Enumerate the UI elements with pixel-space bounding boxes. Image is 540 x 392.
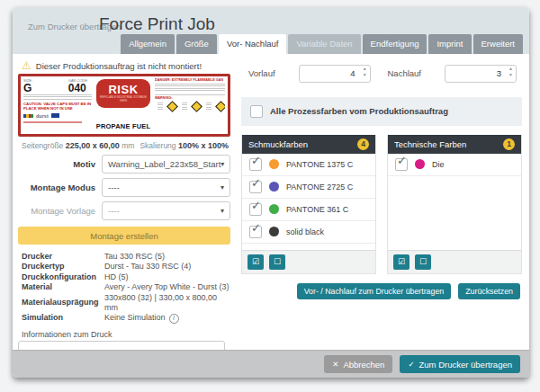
montage-vorlage-select-value: ----	[108, 206, 120, 216]
label-size-block: SIZE: G	[23, 78, 32, 94]
color-name: PANTONE 361 C	[286, 205, 348, 214]
montage-vorlage-select[interactable]: ---- ▾	[102, 201, 230, 220]
color-checkbox[interactable]: ✓	[249, 203, 262, 216]
color-checkbox[interactable]: ✓	[249, 181, 262, 193]
warning-text: Dieser Produktionsauftrag ist nicht mont…	[36, 61, 202, 71]
label-center-section: RISK REFILLABLE INDUSTRIAL STORAGE KEEN …	[94, 78, 152, 132]
hazard-diamond-icon	[215, 101, 225, 112]
page-size-row: Seitengröße 225,00 x 60,00 mm Skalierung…	[22, 141, 229, 150]
motiv-field-row: Motiv Warning_Label_223x58_Start ▾	[18, 155, 230, 174]
info-row-material: Material Avery - Avery Top White - Durst…	[22, 282, 230, 292]
process-colors-checkbox[interactable]	[250, 105, 263, 118]
color-swatch	[269, 227, 279, 236]
tab-erweitert[interactable]: Erweitert	[473, 34, 523, 54]
check-icon: ✓	[408, 360, 414, 369]
close-icon: ✕	[332, 360, 338, 369]
list-item[interactable]: ✓ Die	[388, 154, 521, 176]
tab-endfertigung[interactable]: Endfertigung	[363, 34, 428, 54]
scaling-label: Skalierung	[140, 141, 176, 150]
page-title: Force Print Job	[99, 14, 215, 34]
scaling-value: 100% x 100%	[178, 141, 229, 150]
check-icon: ✓	[251, 154, 261, 167]
check-icon: ✓	[251, 199, 261, 212]
technical-colors-list: ✓ Die	[388, 154, 521, 250]
spot-colors-list: ✓ PANTONE 1375 C ✓ PANTONE 2725 C ✓	[242, 154, 375, 250]
cancel-button[interactable]: ✕ Abbrechen	[324, 355, 392, 373]
tab-imprint[interactable]: Imprint	[428, 34, 471, 54]
list-item[interactable]: ✓ PANTONE 2725 C	[242, 176, 375, 199]
risk-subtext: REFILLABLE INDUSTRIAL STORAGE KEEN	[96, 96, 150, 102]
stepper-up-icon[interactable]: ▲	[508, 66, 513, 72]
info-row-druckkonfiguration: Druckkonfiguration HD (5)	[22, 272, 230, 282]
color-name: PANTONE 1375 C	[286, 160, 353, 169]
technical-colors-footer: ☑ ☐	[388, 250, 521, 273]
material-label: Material	[22, 282, 104, 292]
print-note-label: Informationen zum Druck	[22, 330, 230, 339]
info-row-simulation: Simulation Keine Simulation i	[22, 313, 230, 323]
drucker-label: Drucker	[22, 252, 104, 262]
color-checkbox[interactable]: ✓	[249, 158, 262, 171]
product-name: PROPANE FUEL	[96, 122, 151, 130]
nachlauf-input[interactable]	[445, 65, 517, 83]
motiv-select[interactable]: Warning_Label_223x58_Start ▾	[102, 155, 230, 174]
chevron-down-icon: ▾	[220, 183, 224, 192]
tab-vor-nachlauf[interactable]: Vor- Nachlauf	[219, 34, 287, 54]
select-all-button[interactable]: ☑	[393, 254, 410, 270]
submit-button[interactable]: ✓ Zum Drucker übertragen	[400, 355, 520, 373]
list-item[interactable]: ✓ PANTONE 1375 C	[242, 154, 375, 176]
partner-logo	[51, 113, 59, 118]
page-size-unit: mm	[122, 141, 134, 150]
transfer-prepost-button[interactable]: Vor- / Nachlauf zum Drucker übertragen	[297, 283, 451, 299]
print-note-textarea[interactable]	[18, 341, 225, 350]
color-name: solid black	[286, 227, 324, 236]
stepper-down-icon[interactable]: ▼	[363, 72, 367, 78]
montage-vorlage-label: Montage Vorlage	[18, 206, 102, 216]
vor-nachlauf-settings-column: Vorlauf ▲ ▼ Nachlauf ▲ ▼	[241, 58, 522, 350]
select-all-button[interactable]: ☑	[248, 254, 264, 270]
dialog-header: Zum Drucker übertragen Force Print Job A…	[13, 7, 529, 54]
nachlauf-stepper-arrows: ▲ ▼	[508, 66, 513, 78]
deselect-all-button[interactable]: ☐	[415, 254, 431, 270]
dialog-footer: ✕ Abbrechen ✓ Zum Drucker übertragen	[13, 350, 529, 378]
submit-button-label: Zum Drucker übertragen	[419, 360, 512, 370]
process-colors-label: Alle Prozessfarben vom Produktionsauftra…	[270, 106, 448, 116]
technical-colors-count-badge: 1	[503, 138, 515, 150]
risk-word: RISK	[108, 84, 138, 95]
label-caution-text: CAUTION: VALVE CAPS MUST BE IN PLACE WHE…	[23, 102, 92, 111]
materialauspraegung-value: 330x800 (32) | 330,00 x 800,00 mm	[104, 293, 230, 314]
vorlauf-input[interactable]	[299, 65, 371, 83]
list-item[interactable]: ✓ PANTONE 361 C	[242, 199, 375, 221]
stepper-up-icon[interactable]: ▲	[363, 66, 367, 72]
deselect-all-button[interactable]: ☐	[269, 254, 285, 270]
motiv-label: Motiv	[18, 159, 102, 169]
check-icon: ✓	[251, 176, 261, 190]
montage-modus-select[interactable]: ---- ▾	[102, 178, 230, 197]
spot-colors-title: Schmuckfarben	[248, 139, 308, 149]
fineprint-lines	[206, 102, 212, 110]
color-checkbox[interactable]: ✓	[249, 226, 262, 238]
simulation-value: Keine Simulation i	[104, 313, 179, 323]
cancel-button-label: Abbrechen	[343, 360, 384, 370]
materialauspraegung-label: Materialausprägung	[22, 298, 104, 307]
montage-vorlage-field-row: Montage Vorlage ---- ▾	[18, 201, 230, 220]
tab-allgemein[interactable]: Allgemein	[121, 34, 175, 54]
info-icon[interactable]: i	[169, 314, 179, 324]
drucker-value: Tau 330 RSC (5)	[104, 252, 165, 262]
label-gas-code-block: GAS CODE: 040	[68, 78, 88, 94]
vorlauf-stepper: ▲ ▼	[299, 64, 371, 83]
list-item[interactable]: ✓ solid black	[242, 221, 375, 244]
force-print-job-dialog: Zum Drucker übertragen Force Print Job A…	[13, 7, 529, 378]
page-size-label: Seitengröße	[22, 141, 63, 150]
color-checkbox[interactable]: ✓	[395, 158, 408, 171]
tab-groesse[interactable]: Größe	[176, 34, 217, 54]
color-swatch	[269, 182, 279, 192]
printer-info-grid: Drucker Tau 330 RSC (5) Druckertyp Durst…	[22, 252, 230, 324]
reset-button[interactable]: Zurücksetzen	[458, 283, 520, 299]
montage-modus-label: Montage Modus	[18, 183, 102, 192]
vorlauf-stepper-arrows: ▲ ▼	[363, 66, 367, 78]
vor-nachlauf-actions: Vor- / Nachlauf zum Drucker übertragen Z…	[241, 283, 522, 299]
stepper-down-icon[interactable]: ▼	[508, 72, 513, 78]
tab-bar: Allgemein Größe Vor- Nachlauf Variable D…	[121, 34, 523, 54]
fineprint-lines	[158, 102, 163, 110]
montage-erstellen-button[interactable]: Montage erstellen	[18, 227, 230, 245]
